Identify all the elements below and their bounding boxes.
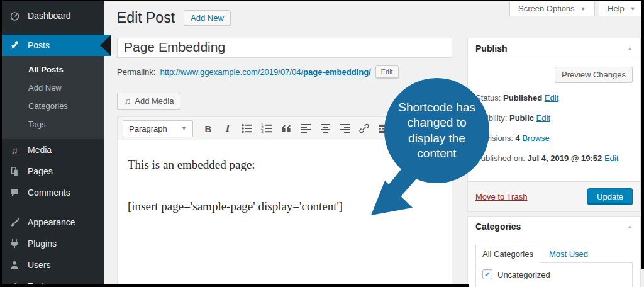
categories-panel-header[interactable]: Categories ▲ [468,217,640,237]
check-icon: ✓ [484,270,491,279]
align-left-button[interactable] [297,120,314,137]
format-dropdown[interactable]: Paragraph ▼ [123,120,193,137]
screen-options-button[interactable]: Screen Options ▼ [509,1,595,16]
category-list-item: ✓ Uncategorized [482,269,626,279]
align-right-button[interactable] [336,120,353,137]
category-label: Uncategorized [497,270,550,279]
bullet-list-button[interactable] [239,120,255,137]
callout-text: Shortcode has changed to display the con… [391,100,484,161]
sidebar-item-label: Comments [28,188,70,198]
add-new-button[interactable]: Add New [184,10,231,26]
permalink-label: Permalink: [117,67,155,77]
sidebar-item-media[interactable]: ♫ Media [0,139,104,160]
page-heading-row: Edit Post Add New [117,9,231,26]
categories-panel: Categories ▲ All Categories Most Used ✓ … [467,216,641,287]
permalink-base: http://www.ggexample.com/2019/07/04/ [160,67,303,77]
blockquote-button[interactable] [278,120,294,137]
frame-border-right [641,0,644,269]
pushpin-icon [8,40,21,51]
bullet-list-icon [242,123,253,133]
sidebar-item-appearance[interactable]: Appearance [0,211,104,233]
align-left-icon [301,124,311,133]
sidebar-item-label: Plugins [28,239,57,249]
insert-link-button[interactable] [356,120,372,137]
collapse-icon[interactable]: ▲ [627,45,633,52]
visibility-row: Visibility: Public Edit [475,113,633,123]
comment-icon [8,188,21,198]
tab-all-categories[interactable]: All Categories [475,245,540,263]
move-to-trash-link[interactable]: Move to Trash [475,192,527,201]
sidebar-item-label: Appearance [28,217,75,227]
publish-panel-footer: Move to Trash Update [468,181,640,211]
sidebar-item-pages[interactable]: Pages [0,160,104,182]
active-menu-arrow-icon [100,35,111,56]
edit-visibility-link[interactable]: Edit [536,113,550,123]
add-media-button[interactable]: ♫ Add Media [117,93,180,110]
media-icon: ♫ [124,96,131,106]
publish-panel-title: Publish [475,43,508,53]
user-icon [8,260,21,270]
posts-submenu: All Posts Add New Categories Tags [0,56,104,139]
visibility-value: Public [509,113,534,123]
chevron-down-icon: ▼ [181,125,187,132]
revisions-row: Revisions: 4 Browse [475,133,633,143]
sidebar-item-posts[interactable]: Posts [0,35,104,56]
sidebar-item-all-posts[interactable]: All Posts [0,60,104,79]
edit-permalink-button[interactable]: Edit [375,65,399,78]
permalink-slug: page-embedding/ [303,67,371,77]
published-on-value: Jul 4, 2019 @ 19:52 [527,154,602,163]
sidebar-item-comments[interactable]: Comments [0,182,104,203]
numbered-list-button[interactable]: 123 [258,120,275,137]
status-value: Published [503,93,542,103]
bold-button[interactable]: B [200,120,216,137]
chevron-down-icon: ▼ [580,6,586,12]
tab-most-used[interactable]: Most Used [540,245,597,262]
format-dropdown-value: Paragraph [129,124,167,133]
edit-published-date-link[interactable]: Edit [604,154,618,163]
sidebar-separator [0,203,104,211]
editor-shortcode: [insert page='sample-page' display='cont… [128,200,441,213]
preview-changes-button[interactable]: Preview Changes [555,67,633,82]
categories-list: ✓ Uncategorized [475,262,633,287]
sidebar-item-label: Pages [28,166,53,176]
sidebar-item-label: Posts [28,40,50,50]
update-button[interactable]: Update [587,188,633,205]
help-button[interactable]: Help ▼ [599,1,644,16]
screen-options-label: Screen Options [518,4,575,13]
sidebar-item-plugins[interactable]: Plugins [0,233,104,254]
browse-revisions-link[interactable]: Browse [522,133,549,143]
help-label: Help [608,4,625,13]
uncategorized-checkbox[interactable]: ✓ [482,269,492,279]
plug-icon [8,239,21,249]
pages-icon [8,166,21,177]
align-center-icon [321,124,330,133]
status-row: Status: Published Edit [475,93,633,103]
sidebar-item-users[interactable]: Users [0,254,104,276]
dashboard-icon [8,11,21,21]
italic-button[interactable]: I [219,120,236,137]
svg-text:3: 3 [261,129,264,133]
sidebar-item-add-new[interactable]: Add New [0,79,104,97]
publish-panel-body: Preview Changes Status: Published Edit V… [468,59,640,181]
sidebar-item-categories[interactable]: Categories [0,97,104,115]
align-center-button[interactable] [317,120,333,137]
published-on-row: Published on: Jul 4, 2019 @ 19:52 Edit [475,154,633,163]
frame-border-top [0,0,644,1]
align-right-icon [340,124,350,133]
frame-border-left [0,0,2,287]
publish-panel-header[interactable]: Publish ▲ [468,38,640,59]
chevron-down-icon: ▼ [630,6,636,12]
numbered-list-icon: 123 [261,123,272,133]
blockquote-icon [281,124,292,133]
add-media-label: Add Media [135,96,174,106]
permalink-link[interactable]: http://www.ggexample.com/2019/07/04/page… [160,67,370,77]
edit-status-link[interactable]: Edit [545,93,558,103]
revisions-value: 4 [516,133,520,143]
collapse-icon[interactable]: ▲ [627,223,633,230]
media-icon: ♫ [8,145,21,155]
sidebar-item-tags[interactable]: Tags [0,115,104,133]
callout-bubble: Shortcode has changed to display the con… [384,78,489,183]
sidebar-item-dashboard[interactable]: Dashboard [0,5,104,26]
post-title-input[interactable] [117,37,452,58]
permalink-row: Permalink: http://www.ggexample.com/2019… [117,65,399,78]
